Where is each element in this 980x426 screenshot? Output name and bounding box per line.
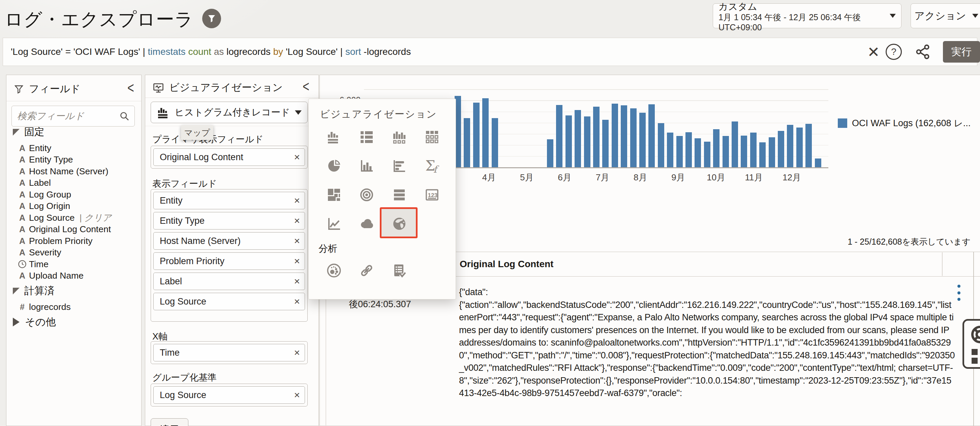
cluster-icon[interactable]: [326, 263, 342, 279]
field-label: Log Group: [29, 190, 71, 200]
numeric-tile-icon[interactable]: 123: [424, 187, 440, 203]
record-count: 1 - 25/162,608を表示しています: [848, 236, 970, 247]
remove-chip-icon[interactable]: ×: [294, 296, 300, 307]
section-label: その他: [25, 315, 56, 329]
floating-help-widget[interactable]: [963, 319, 980, 369]
field-chip[interactable]: Entity Type×: [153, 212, 305, 230]
viz-panel-title: ビジュアライゼーション: [169, 81, 283, 95]
chip-label: Entity: [160, 195, 183, 206]
records-table-icon[interactable]: [424, 129, 440, 145]
link-icon[interactable]: [359, 263, 375, 279]
field-type-icon: A: [16, 166, 29, 176]
x-axis-month-label: 10月: [707, 172, 725, 184]
display-fields-label: 表示フィールド: [152, 178, 217, 190]
field-item[interactable]: AProblem Priority: [16, 236, 93, 246]
field-list: 固定AEntityAEntity TypeAHost Name (Server)…: [6, 0, 142, 426]
field-type-icon: A: [16, 213, 29, 223]
collapse-viz-panel-icon[interactable]: <: [302, 78, 309, 95]
chart-bar: [695, 138, 701, 167]
pie-chart-icon[interactable]: [326, 158, 342, 174]
time-range-selector[interactable]: カスタム 1月 1 05:34 午後 - 12月 25 06:34 午後 UTC…: [713, 3, 902, 28]
remove-chip-icon[interactable]: ×: [294, 276, 300, 287]
remove-chip-icon[interactable]: ×: [294, 389, 300, 401]
chart-monitor-icon: [152, 82, 164, 94]
field-item[interactable]: #logrecords: [16, 301, 71, 312]
field-item[interactable]: AEntity: [16, 143, 51, 154]
row-menu-icon[interactable]: [954, 285, 964, 301]
field-item[interactable]: ALog Group: [16, 189, 71, 200]
field-item[interactable]: Time: [16, 259, 49, 269]
field-type-icon: A: [16, 271, 29, 280]
field-label: Entity Type: [29, 154, 73, 165]
apply-button[interactable]: 適用: [151, 418, 188, 426]
primary-field-box: Original Log Content ×: [151, 146, 308, 169]
line-chart-icon[interactable]: [326, 216, 342, 232]
word-cloud-icon[interactable]: [359, 216, 375, 232]
chip-label: Entity Type: [160, 216, 205, 226]
field-chip[interactable]: Original Log Content ×: [153, 148, 305, 166]
field-label: Log Source: [29, 213, 75, 223]
field-item[interactable]: AEntity Type: [16, 154, 73, 165]
divider: [145, 98, 318, 98]
actions-button[interactable]: アクション: [911, 3, 980, 28]
chart-bar: [584, 116, 590, 167]
remove-chip-icon[interactable]: ×: [294, 215, 300, 226]
field-chip[interactable]: Log Source×: [153, 293, 305, 310]
field-item[interactable]: ALabel: [16, 178, 51, 188]
share-icon[interactable]: [914, 43, 931, 62]
chart-bar: [667, 133, 673, 167]
remove-chip-icon[interactable]: ×: [294, 347, 300, 358]
remove-chip-icon[interactable]: ×: [294, 195, 300, 206]
chart-bar: [482, 98, 488, 167]
clear-query-icon[interactable]: ✕: [864, 41, 883, 63]
donut-chart-icon[interactable]: [359, 187, 375, 203]
field-item[interactable]: ALog Origin: [16, 201, 70, 212]
remove-chip-icon[interactable]: ×: [294, 255, 300, 267]
field-label: Label: [29, 178, 51, 188]
field-chip[interactable]: Problem Priority×: [153, 252, 305, 270]
field-chip[interactable]: Host Name (Server)×: [153, 232, 305, 250]
field-item[interactable]: AUpload Name: [16, 271, 84, 281]
summary-statistics-icon[interactable]: Σf: [424, 158, 440, 174]
histogram-icon[interactable]: [391, 129, 407, 145]
run-button[interactable]: 実行: [943, 41, 980, 63]
chart-bar: [648, 104, 655, 167]
section-label: 固定: [24, 125, 45, 139]
field-item[interactable]: ASeverity: [16, 247, 61, 258]
field-chip[interactable]: Label×: [153, 272, 305, 290]
help-icon[interactable]: ?: [886, 44, 902, 60]
treemap-icon[interactable]: [326, 187, 342, 203]
field-item[interactable]: AHost Name (Server): [16, 166, 108, 177]
filter-badge[interactable]: [202, 9, 221, 28]
field-chip[interactable]: Time ×: [153, 344, 305, 361]
column-header-original-log-content[interactable]: Original Log Content: [460, 252, 554, 277]
chart-bar: [750, 133, 757, 167]
field-section-header[interactable]: 固定: [13, 125, 45, 139]
expanded-triangle-icon: [13, 288, 19, 295]
xaxis-box: Time ×: [151, 341, 308, 364]
chart-bar: [556, 105, 562, 167]
x-axis-month-label: 6月: [558, 172, 571, 184]
xaxis-label: X軸: [152, 331, 167, 342]
word-matrix-icon[interactable]: [391, 187, 407, 203]
bar-chart-icon[interactable]: [359, 158, 375, 174]
remove-chip-icon[interactable]: ×: [294, 235, 300, 247]
field-section-header[interactable]: その他: [13, 315, 56, 329]
log-compare-icon[interactable]: [391, 263, 407, 279]
chart-type-dropdown[interactable]: ヒストグラム付きレコード: [151, 101, 308, 123]
clear-filter-link[interactable]: | クリア: [80, 212, 112, 224]
x-axis-month-label: 9月: [671, 172, 685, 184]
remove-chip-icon[interactable]: ×: [294, 151, 300, 163]
field-item[interactable]: ALog Source| クリア: [16, 212, 111, 223]
chart-bar: [741, 136, 747, 167]
chart-bar: [704, 142, 710, 167]
map-icon[interactable]: [391, 216, 407, 232]
viz-panel-header: ビジュアライゼーション: [152, 81, 283, 95]
table-icon[interactable]: [359, 129, 375, 145]
records-with-histogram-icon[interactable]: [326, 129, 342, 145]
field-item[interactable]: AOriginal Log Content: [16, 224, 111, 235]
field-chip[interactable]: Log Source ×: [153, 386, 305, 404]
horizontal-bar-chart-icon[interactable]: [391, 158, 407, 174]
field-section-header[interactable]: 計算済: [13, 284, 55, 298]
field-chip[interactable]: Entity×: [153, 192, 305, 209]
